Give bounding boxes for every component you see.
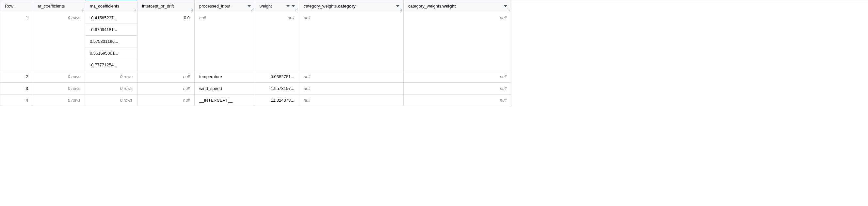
sort-desc-icon[interactable] — [286, 5, 290, 7]
chevron-down-icon[interactable] — [291, 5, 295, 7]
resize-handle-icon[interactable] — [507, 8, 510, 11]
column-label: ma_coefficients — [90, 4, 119, 8]
column-header-ma_coefficients[interactable]: ma_coefficients — [85, 0, 137, 12]
column-label: category_weights.category — [304, 4, 355, 8]
column-label: Row — [5, 4, 13, 8]
cell-cw_category: null — [299, 12, 404, 71]
column-header-row[interactable]: Row — [0, 0, 33, 12]
cell-cw_category: null — [299, 94, 404, 106]
resize-handle-icon[interactable] — [81, 8, 84, 11]
column-label: category_weights.weight — [408, 4, 456, 8]
cell-ma_coefficients: 0 rows — [85, 71, 137, 83]
results-table: Rowar_coefficientsma_coefficientsinterce… — [0, 0, 868, 106]
cell-weight: -1.9573157... — [255, 83, 299, 94]
column-label: weight — [259, 4, 272, 8]
cell-ar_coefficients: 0 rows — [33, 12, 85, 71]
cell-cw_weight: null — [404, 83, 512, 94]
cell-ma_coefficients: 0 rows — [85, 94, 137, 106]
nested-array-item: -0.67094181... — [85, 24, 137, 36]
chevron-down-icon[interactable] — [396, 5, 399, 7]
cell-cw_weight: null — [404, 94, 512, 106]
cell-weight: 11.324378... — [255, 94, 299, 106]
column-label: ar_coefficients — [37, 4, 65, 8]
nested-array-item: 0.361695361... — [85, 48, 137, 59]
resize-handle-icon[interactable] — [190, 8, 194, 11]
cell-intercept_or_drift: 0.0 — [137, 12, 195, 71]
resize-handle-icon[interactable] — [399, 8, 403, 11]
chevron-down-icon[interactable] — [248, 5, 251, 7]
cell-weight: null — [255, 12, 299, 71]
cell-ar_coefficients: 0 rows — [33, 71, 85, 83]
column-header-processed_input[interactable]: processed_input — [195, 0, 255, 12]
cell-ma_coefficients: 0 rows — [85, 83, 137, 94]
nested-array-item: -0.77771254... — [85, 59, 137, 70]
column-header-intercept_or_drift[interactable]: intercept_or_drift — [137, 0, 195, 12]
cell-ma_coefficients: -0.41585237...-0.67094181...0.575331196.… — [85, 12, 137, 71]
cell-ar_coefficients: 0 rows — [33, 94, 85, 106]
nested-array-item: 0.575331196... — [85, 36, 137, 48]
column-header-cw_category[interactable]: category_weights.category — [299, 0, 404, 12]
cell-row: 2 — [0, 71, 33, 83]
cell-processed_input: null — [195, 12, 255, 71]
column-header-cw_weight[interactable]: category_weights.weight — [404, 0, 512, 12]
cell-weight: 0.0382781... — [255, 71, 299, 83]
column-header-ar_coefficients[interactable]: ar_coefficients — [33, 0, 85, 12]
nested-array-item: -0.41585237... — [85, 12, 137, 24]
resize-handle-icon[interactable] — [295, 8, 298, 11]
cell-row: 4 — [0, 94, 33, 106]
cell-processed_input: __INTERCEPT__ — [195, 94, 255, 106]
cell-processed_input: temperature — [195, 71, 255, 83]
cell-cw_weight: null — [404, 71, 512, 83]
cell-row: 3 — [0, 83, 33, 94]
column-label: processed_input — [199, 4, 230, 8]
column-header-weight[interactable]: weight — [255, 0, 299, 12]
cell-processed_input: wind_speed — [195, 83, 255, 94]
cell-cw_weight: null — [404, 12, 512, 71]
cell-intercept_or_drift: null — [137, 71, 195, 83]
chevron-down-icon[interactable] — [504, 5, 507, 7]
column-label: intercept_or_drift — [142, 4, 174, 8]
resize-handle-icon[interactable] — [133, 8, 136, 11]
cell-ar_coefficients: 0 rows — [33, 83, 85, 94]
cell-intercept_or_drift: null — [137, 94, 195, 106]
cell-intercept_or_drift: null — [137, 83, 195, 94]
cell-cw_category: null — [299, 83, 404, 94]
cell-cw_category: null — [299, 71, 404, 83]
cell-row: 1 — [0, 12, 33, 71]
nested-array: -0.41585237...-0.67094181...0.575331196.… — [85, 12, 137, 70]
resize-handle-icon[interactable] — [251, 8, 254, 11]
